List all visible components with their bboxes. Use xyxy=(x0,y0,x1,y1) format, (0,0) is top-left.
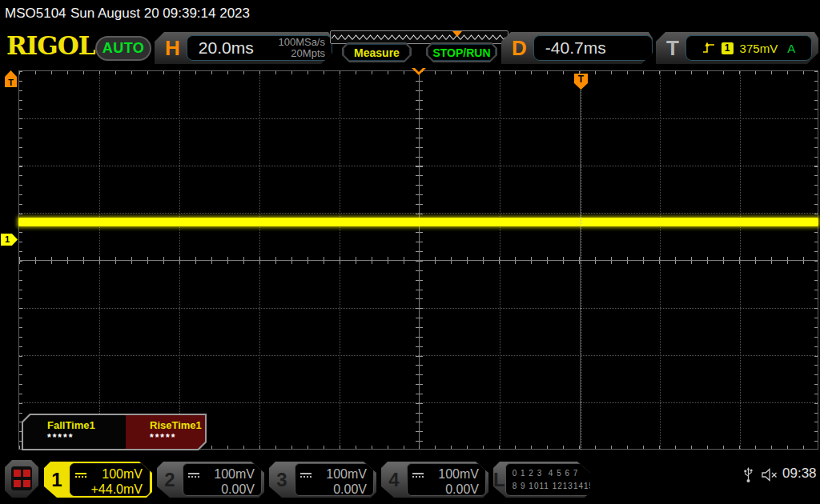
rising-edge-icon xyxy=(702,41,715,55)
dc-coupling-icon xyxy=(300,473,312,478)
overview-waveform-icon xyxy=(331,32,506,42)
center-horizontal-axis xyxy=(19,260,818,261)
logic-channels-button[interactable]: L 0 1 2 3 4 5 6 7 8 9 1011 12131415 xyxy=(493,462,590,498)
trigger-position-line xyxy=(581,89,581,450)
channel-scale: 100mV xyxy=(200,466,255,482)
trigger-level-marker[interactable]: T xyxy=(5,70,17,87)
measurement-value: ***** xyxy=(150,432,205,443)
edge-ticks xyxy=(19,71,22,449)
delay-box: -40.7ms xyxy=(533,35,653,61)
channel-number: 1 xyxy=(44,462,70,498)
rigol-logo: RIGOL xyxy=(6,34,95,58)
channel-offset: 0.00V xyxy=(300,482,367,497)
speaker-muted-icon xyxy=(761,468,778,482)
trigger-label: T xyxy=(666,38,679,58)
channel-offset: +44.0mV xyxy=(75,482,143,497)
measurement-item-falltime[interactable]: FallTime1 ***** xyxy=(23,415,126,449)
measurement-item-risetime[interactable]: RiseTime1 ***** xyxy=(126,415,205,449)
horizontal-reference-marker-inner xyxy=(415,68,423,72)
dc-coupling-icon xyxy=(412,473,424,478)
menu-grid-icon xyxy=(11,466,32,490)
timebase-box: 20.0ms 100MSa/s 20Mpts xyxy=(187,35,332,61)
channel-number: 4 xyxy=(381,462,407,498)
logic-row-8-15: 8 9 1011 12131415 xyxy=(512,480,594,493)
title-bar: MSO5104 Sun August 20 09:39:14 2023 xyxy=(0,0,820,27)
horizontal-settings-button[interactable]: H 20.0ms 100MSa/s 20Mpts xyxy=(155,32,332,64)
datetime: Sun August 20 09:39:14 2023 xyxy=(70,6,250,22)
logic-row-0-7: 0 1 2 3 4 5 6 7 xyxy=(512,467,594,480)
timebase-value: 20.0ms xyxy=(199,38,254,58)
channel-info: 100mV 0.00V xyxy=(183,463,262,496)
channel3-button[interactable]: 3 100mV 0.00V xyxy=(269,462,376,498)
model-name: MSO5104 xyxy=(5,6,66,22)
channel1-trace xyxy=(18,218,818,226)
sample-rate: 100MSa/s xyxy=(278,36,325,48)
channel1-button[interactable]: 1 100mV +44.0mV xyxy=(44,462,152,498)
channel-status-bar: 1 100mV +44.0mV 2 100mV 0.00V 3 100mV 0.… xyxy=(0,456,820,504)
acquisition-rates: 100MSa/s 20Mpts xyxy=(278,37,325,60)
usb-icon xyxy=(743,466,754,484)
logic-info: 0 1 2 3 4 5 6 7 8 9 1011 12131415 xyxy=(505,463,600,496)
channel-info: 100mV 0.00V xyxy=(407,463,486,496)
dc-coupling-icon xyxy=(75,473,87,478)
edge-ticks xyxy=(814,71,818,449)
waveform-overview-strip[interactable] xyxy=(330,30,508,44)
trigger-settings-button[interactable]: T 1 375mV A xyxy=(656,32,818,64)
menu-grid-button[interactable] xyxy=(5,460,38,498)
memory-depth: 20Mpts xyxy=(291,47,325,59)
acquisition-mode-badge: AUTO xyxy=(95,36,151,61)
stop-run-button[interactable]: STOP/RUN xyxy=(426,42,497,62)
channel-number: 2 xyxy=(157,462,183,498)
trigger-level-value: 375mV xyxy=(740,42,778,55)
clock: 09:38 xyxy=(782,466,817,482)
channel-number: 3 xyxy=(269,462,295,498)
delay-value: -40.7ms xyxy=(545,38,606,58)
overview-position-marker[interactable] xyxy=(452,31,462,37)
graticule xyxy=(18,70,818,450)
horizontal-label: H xyxy=(165,38,180,58)
channel-scale: 100mV xyxy=(87,466,143,482)
channel4-button[interactable]: 4 100mV 0.00V xyxy=(381,462,488,498)
channel1-ground-marker[interactable]: 1 xyxy=(1,234,18,246)
measurement-name: FallTime1 xyxy=(47,419,126,431)
logic-label: L xyxy=(493,462,505,498)
channel-scale: 100mV xyxy=(424,466,479,482)
trigger-box: 1 375mV A xyxy=(685,35,812,61)
delay-settings-button[interactable]: D -40.7ms xyxy=(501,32,653,64)
stop-run-button-label: STOP/RUN xyxy=(428,44,496,61)
measure-button[interactable]: Measure xyxy=(342,42,412,62)
measurement-value: ***** xyxy=(47,432,126,443)
channel-offset: 0.00V xyxy=(188,482,255,497)
dc-coupling-icon xyxy=(188,473,200,478)
header-bar: RIGOL AUTO H 20.0ms 100MSa/s 20Mpts Meas… xyxy=(0,27,820,67)
measurement-name: RiseTime1 xyxy=(150,419,205,431)
measure-button-label: Measure xyxy=(344,44,410,61)
waveform-display: T T 1 FallTime1 ***** RiseTime1 ***** xyxy=(0,67,820,456)
measurement-results-panel[interactable]: FallTime1 ***** RiseTime1 ***** xyxy=(22,414,207,450)
channel-info: 100mV +44.0mV xyxy=(70,463,150,496)
delay-label: D xyxy=(512,38,527,58)
channel-info: 100mV 0.00V xyxy=(295,463,374,496)
channel-scale: 100mV xyxy=(312,466,367,482)
channel2-button[interactable]: 2 100mV 0.00V xyxy=(157,462,264,498)
channel-offset: 0.00V xyxy=(412,482,479,497)
trigger-source-badge: 1 xyxy=(722,42,734,54)
trigger-mode: A xyxy=(787,42,795,55)
